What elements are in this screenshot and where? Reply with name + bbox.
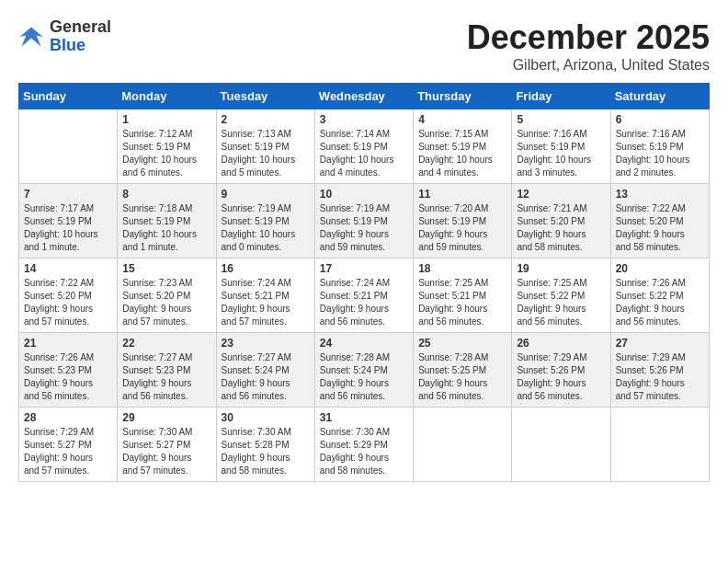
day-content: Sunrise: 7:16 AM Sunset: 5:19 PM Dayligh… <box>517 128 605 179</box>
day-number: 28 <box>24 411 112 424</box>
calendar-week-row: 28Sunrise: 7:29 AM Sunset: 5:27 PM Dayli… <box>19 408 710 482</box>
calendar-header-wednesday: Wednesday <box>314 84 413 109</box>
calendar-cell: 26Sunrise: 7:29 AM Sunset: 5:26 PM Dayli… <box>512 333 610 408</box>
day-content: Sunrise: 7:26 AM Sunset: 5:22 PM Dayligh… <box>616 277 704 328</box>
calendar-header-sunday: Sunday <box>19 84 118 109</box>
day-number: 12 <box>517 188 605 201</box>
calendar-cell: 4Sunrise: 7:15 AM Sunset: 5:19 PM Daylig… <box>414 109 512 184</box>
svg-marker-0 <box>19 27 42 46</box>
month-title: December 2025 <box>467 18 710 57</box>
day-content: Sunrise: 7:29 AM Sunset: 5:27 PM Dayligh… <box>24 426 112 477</box>
day-content: Sunrise: 7:28 AM Sunset: 5:24 PM Dayligh… <box>320 351 408 403</box>
calendar-cell: 10Sunrise: 7:19 AM Sunset: 5:19 PM Dayli… <box>314 184 413 259</box>
calendar-week-row: 1Sunrise: 7:12 AM Sunset: 5:19 PM Daylig… <box>19 109 710 184</box>
day-number: 23 <box>222 337 310 350</box>
day-content: Sunrise: 7:13 AM Sunset: 5:19 PM Dayligh… <box>222 128 310 179</box>
calendar-header-thursday: Thursday <box>414 84 512 109</box>
calendar-cell: 11Sunrise: 7:20 AM Sunset: 5:19 PM Dayli… <box>414 184 512 259</box>
day-number: 3 <box>320 113 408 126</box>
calendar-cell: 24Sunrise: 7:28 AM Sunset: 5:24 PM Dayli… <box>314 333 413 408</box>
calendar-header-friday: Friday <box>512 84 610 109</box>
day-content: Sunrise: 7:26 AM Sunset: 5:23 PM Dayligh… <box>24 351 112 403</box>
day-number: 30 <box>222 411 310 424</box>
day-content: Sunrise: 7:19 AM Sunset: 5:19 PM Dayligh… <box>320 202 408 254</box>
day-content: Sunrise: 7:23 AM Sunset: 5:20 PM Dayligh… <box>122 277 210 328</box>
day-content: Sunrise: 7:24 AM Sunset: 5:21 PM Dayligh… <box>222 277 310 328</box>
calendar-cell: 18Sunrise: 7:25 AM Sunset: 5:21 PM Dayli… <box>414 259 512 333</box>
day-number: 1 <box>122 113 210 126</box>
day-content: Sunrise: 7:19 AM Sunset: 5:19 PM Dayligh… <box>222 202 310 254</box>
calendar-cell: 20Sunrise: 7:26 AM Sunset: 5:22 PM Dayli… <box>610 259 709 333</box>
logo-blue-label: Blue <box>50 37 111 55</box>
calendar-cell: 27Sunrise: 7:29 AM Sunset: 5:26 PM Dayli… <box>610 333 709 408</box>
day-content: Sunrise: 7:29 AM Sunset: 5:26 PM Dayligh… <box>616 351 704 403</box>
day-content: Sunrise: 7:30 AM Sunset: 5:28 PM Dayligh… <box>222 426 310 477</box>
page-header: General Blue December 2025 Gilbert, Ariz… <box>18 18 710 74</box>
calendar-week-row: 7Sunrise: 7:17 AM Sunset: 5:19 PM Daylig… <box>19 184 710 259</box>
day-content: Sunrise: 7:25 AM Sunset: 5:21 PM Dayligh… <box>418 277 506 328</box>
day-number: 10 <box>320 188 408 201</box>
day-number: 5 <box>517 113 605 126</box>
day-number: 26 <box>517 337 605 350</box>
logo-bird-icon <box>18 24 44 50</box>
day-content: Sunrise: 7:18 AM Sunset: 5:19 PM Dayligh… <box>122 202 210 254</box>
day-content: Sunrise: 7:27 AM Sunset: 5:23 PM Dayligh… <box>122 351 210 403</box>
logo: General Blue <box>18 18 111 55</box>
day-number: 29 <box>122 411 210 424</box>
calendar-cell: 7Sunrise: 7:17 AM Sunset: 5:19 PM Daylig… <box>19 184 118 259</box>
calendar-cell <box>19 109 118 184</box>
calendar-cell: 22Sunrise: 7:27 AM Sunset: 5:23 PM Dayli… <box>118 333 216 408</box>
day-number: 2 <box>222 113 310 126</box>
calendar-cell <box>414 408 512 482</box>
calendar-header-saturday: Saturday <box>610 84 709 109</box>
day-number: 22 <box>122 337 210 350</box>
day-content: Sunrise: 7:27 AM Sunset: 5:24 PM Dayligh… <box>222 351 310 403</box>
calendar-cell: 19Sunrise: 7:25 AM Sunset: 5:22 PM Dayli… <box>512 259 610 333</box>
calendar-header-monday: Monday <box>118 84 216 109</box>
day-content: Sunrise: 7:16 AM Sunset: 5:19 PM Dayligh… <box>616 128 704 179</box>
day-content: Sunrise: 7:15 AM Sunset: 5:19 PM Dayligh… <box>418 128 506 179</box>
calendar-table: SundayMondayTuesdayWednesdayThursdayFrid… <box>18 83 710 482</box>
calendar-cell: 6Sunrise: 7:16 AM Sunset: 5:19 PM Daylig… <box>610 109 709 184</box>
day-number: 9 <box>222 188 310 201</box>
calendar-header-tuesday: Tuesday <box>216 84 314 109</box>
day-content: Sunrise: 7:28 AM Sunset: 5:25 PM Dayligh… <box>418 351 506 403</box>
day-number: 31 <box>320 411 408 424</box>
day-number: 17 <box>320 262 408 275</box>
location-label: Gilbert, Arizona, United States <box>467 57 710 74</box>
day-number: 11 <box>418 188 506 201</box>
day-number: 6 <box>616 113 704 126</box>
day-number: 14 <box>24 262 112 275</box>
day-number: 13 <box>616 188 704 201</box>
calendar-week-row: 21Sunrise: 7:26 AM Sunset: 5:23 PM Dayli… <box>19 333 710 408</box>
calendar-cell: 8Sunrise: 7:18 AM Sunset: 5:19 PM Daylig… <box>118 184 216 259</box>
day-content: Sunrise: 7:30 AM Sunset: 5:27 PM Dayligh… <box>122 426 210 477</box>
calendar-cell: 21Sunrise: 7:26 AM Sunset: 5:23 PM Dayli… <box>19 333 118 408</box>
calendar-cell: 30Sunrise: 7:30 AM Sunset: 5:28 PM Dayli… <box>216 408 314 482</box>
day-content: Sunrise: 7:22 AM Sunset: 5:20 PM Dayligh… <box>24 277 112 328</box>
calendar-cell: 1Sunrise: 7:12 AM Sunset: 5:19 PM Daylig… <box>118 109 216 184</box>
day-number: 18 <box>418 262 506 275</box>
calendar-cell: 29Sunrise: 7:30 AM Sunset: 5:27 PM Dayli… <box>118 408 216 482</box>
logo-text: General Blue <box>50 18 111 55</box>
calendar-cell: 31Sunrise: 7:30 AM Sunset: 5:29 PM Dayli… <box>314 408 413 482</box>
calendar-week-row: 14Sunrise: 7:22 AM Sunset: 5:20 PM Dayli… <box>19 259 710 333</box>
calendar-cell: 13Sunrise: 7:22 AM Sunset: 5:20 PM Dayli… <box>610 184 709 259</box>
day-number: 4 <box>418 113 506 126</box>
calendar-cell: 15Sunrise: 7:23 AM Sunset: 5:20 PM Dayli… <box>118 259 216 333</box>
calendar-cell: 16Sunrise: 7:24 AM Sunset: 5:21 PM Dayli… <box>216 259 314 333</box>
day-number: 21 <box>24 337 112 350</box>
day-content: Sunrise: 7:14 AM Sunset: 5:19 PM Dayligh… <box>320 128 408 179</box>
calendar-cell: 23Sunrise: 7:27 AM Sunset: 5:24 PM Dayli… <box>216 333 314 408</box>
calendar-cell <box>512 408 610 482</box>
calendar-cell: 28Sunrise: 7:29 AM Sunset: 5:27 PM Dayli… <box>19 408 118 482</box>
day-number: 27 <box>616 337 704 350</box>
calendar-cell: 2Sunrise: 7:13 AM Sunset: 5:19 PM Daylig… <box>216 109 314 184</box>
calendar-cell: 5Sunrise: 7:16 AM Sunset: 5:19 PM Daylig… <box>512 109 610 184</box>
day-number: 8 <box>122 188 210 201</box>
day-number: 25 <box>418 337 506 350</box>
calendar-cell: 9Sunrise: 7:19 AM Sunset: 5:19 PM Daylig… <box>216 184 314 259</box>
day-content: Sunrise: 7:30 AM Sunset: 5:29 PM Dayligh… <box>320 426 408 477</box>
day-number: 24 <box>320 337 408 350</box>
logo-general-label: General <box>50 18 111 37</box>
